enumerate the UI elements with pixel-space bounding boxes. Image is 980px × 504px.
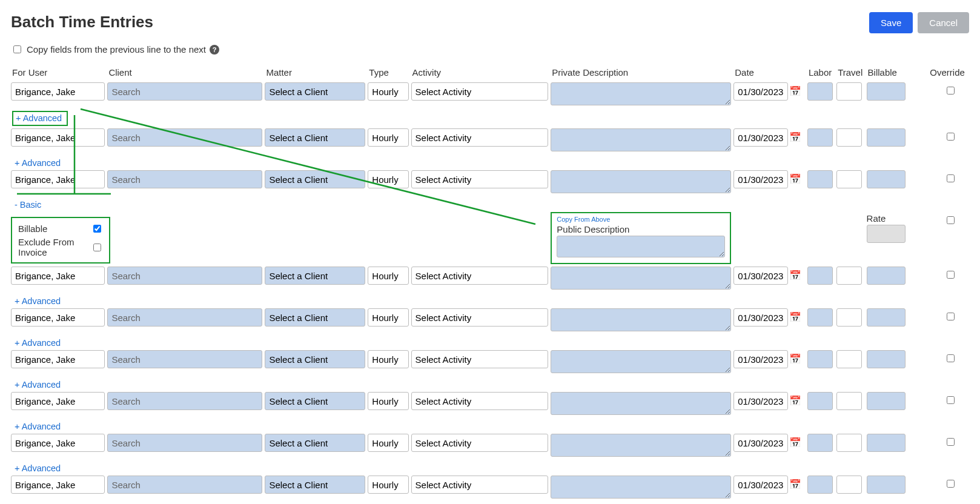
- private-description[interactable]: [551, 267, 731, 290]
- type-input[interactable]: [368, 476, 408, 494]
- matter-select[interactable]: [265, 128, 365, 147]
- type-input[interactable]: [368, 267, 408, 285]
- activity-select[interactable]: [411, 267, 549, 285]
- billable-input[interactable]: [867, 308, 906, 327]
- date-input[interactable]: [733, 82, 788, 101]
- advanced-toggle[interactable]: + Advanced: [11, 461, 61, 473]
- matter-select[interactable]: [265, 308, 365, 327]
- activity-select[interactable]: [411, 476, 549, 494]
- matter-select[interactable]: [265, 476, 365, 494]
- matter-select[interactable]: [265, 170, 365, 188]
- type-input[interactable]: [368, 170, 408, 188]
- advanced-toggle[interactable]: + Advanced: [11, 419, 61, 431]
- override-checkbox[interactable]: [947, 313, 955, 320]
- date-input[interactable]: [733, 170, 788, 188]
- private-description[interactable]: [551, 434, 731, 457]
- billable-input[interactable]: [867, 267, 906, 285]
- client-search[interactable]: [107, 128, 262, 147]
- user-input[interactable]: [11, 476, 105, 494]
- type-input[interactable]: [368, 434, 408, 452]
- matter-select[interactable]: [265, 82, 365, 101]
- billable-input[interactable]: [867, 128, 906, 147]
- override-checkbox[interactable]: [947, 87, 955, 94]
- advanced-toggle[interactable]: + Advanced: [11, 377, 61, 390]
- calendar-icon[interactable]: 📅: [789, 396, 801, 406]
- user-input[interactable]: [11, 267, 105, 285]
- billable-input[interactable]: [867, 170, 906, 188]
- override-checkbox[interactable]: [947, 271, 955, 279]
- labor-input[interactable]: [807, 392, 833, 410]
- cancel-button[interactable]: Cancel: [918, 12, 969, 33]
- labor-input[interactable]: [807, 267, 833, 285]
- activity-select[interactable]: [411, 308, 549, 327]
- client-search[interactable]: [107, 308, 262, 327]
- date-input[interactable]: [733, 476, 788, 494]
- user-input[interactable]: [11, 170, 105, 188]
- labor-input[interactable]: [807, 82, 833, 101]
- help-icon[interactable]: ?: [210, 45, 219, 55]
- travel-input[interactable]: [836, 350, 862, 368]
- calendar-icon[interactable]: 📅: [789, 313, 801, 322]
- private-description[interactable]: [551, 350, 731, 373]
- client-search[interactable]: [107, 267, 262, 285]
- client-search[interactable]: [107, 82, 262, 101]
- user-input[interactable]: [11, 128, 105, 147]
- type-input[interactable]: [368, 350, 408, 368]
- client-search[interactable]: [107, 170, 262, 188]
- user-input[interactable]: [11, 434, 105, 452]
- travel-input[interactable]: [836, 308, 862, 327]
- calendar-icon[interactable]: 📅: [789, 133, 801, 142]
- calendar-icon[interactable]: 📅: [789, 271, 801, 280]
- billable-input[interactable]: [867, 392, 906, 410]
- rate-input[interactable]: [867, 225, 906, 243]
- calendar-icon[interactable]: 📅: [789, 354, 801, 364]
- save-button[interactable]: Save: [869, 12, 913, 33]
- public-description-input[interactable]: [557, 236, 725, 257]
- private-description[interactable]: [551, 128, 731, 151]
- billable-input[interactable]: [867, 476, 906, 494]
- client-search[interactable]: [107, 392, 262, 410]
- calendar-icon[interactable]: 📅: [789, 87, 801, 96]
- labor-input[interactable]: [807, 434, 833, 452]
- date-input[interactable]: [733, 308, 788, 327]
- type-input[interactable]: [368, 128, 408, 147]
- client-search[interactable]: [107, 434, 262, 452]
- private-description[interactable]: [551, 392, 731, 415]
- override-checkbox[interactable]: [947, 216, 955, 224]
- user-input[interactable]: [11, 82, 105, 101]
- travel-input[interactable]: [836, 170, 862, 188]
- type-input[interactable]: [368, 308, 408, 327]
- advanced-toggle[interactable]: + Advanced: [12, 111, 68, 126]
- labor-input[interactable]: [807, 350, 833, 368]
- client-search[interactable]: [107, 476, 262, 494]
- exclude-invoice-checkbox[interactable]: [93, 244, 101, 251]
- calendar-icon[interactable]: 📅: [789, 174, 801, 184]
- activity-select[interactable]: [411, 170, 549, 188]
- travel-input[interactable]: [836, 82, 862, 101]
- basic-toggle[interactable]: - Basic: [11, 197, 41, 210]
- date-input[interactable]: [733, 350, 788, 368]
- labor-input[interactable]: [807, 476, 833, 494]
- travel-input[interactable]: [836, 392, 862, 410]
- override-checkbox[interactable]: [947, 438, 955, 446]
- labor-input[interactable]: [807, 308, 833, 327]
- copy-fields-checkbox[interactable]: [13, 45, 21, 53]
- date-input[interactable]: [733, 434, 788, 452]
- date-input[interactable]: [733, 267, 788, 285]
- activity-select[interactable]: [411, 82, 549, 101]
- type-input[interactable]: [368, 82, 408, 101]
- labor-input[interactable]: [807, 128, 833, 147]
- override-checkbox[interactable]: [947, 396, 955, 404]
- advanced-toggle[interactable]: + Advanced: [11, 336, 61, 348]
- override-checkbox[interactable]: [947, 174, 955, 182]
- user-input[interactable]: [11, 350, 105, 368]
- travel-input[interactable]: [836, 434, 862, 452]
- client-search[interactable]: [107, 350, 262, 368]
- user-input[interactable]: [11, 392, 105, 410]
- travel-input[interactable]: [836, 128, 862, 147]
- override-checkbox[interactable]: [947, 480, 955, 488]
- date-input[interactable]: [733, 128, 788, 147]
- activity-select[interactable]: [411, 434, 549, 452]
- matter-select[interactable]: [265, 267, 365, 285]
- matter-select[interactable]: [265, 392, 365, 410]
